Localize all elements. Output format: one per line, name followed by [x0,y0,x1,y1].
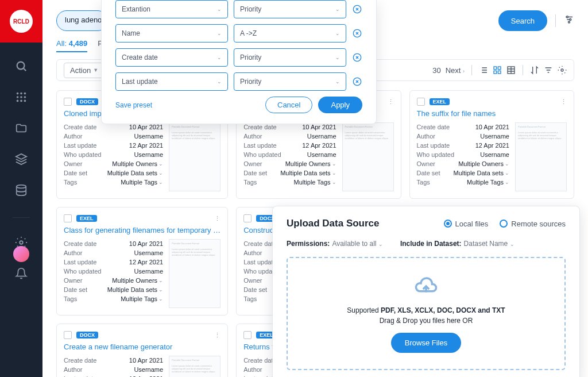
list-view-icon[interactable] [479,66,488,75]
remove-filter-icon[interactable] [352,29,362,38]
card-menu-icon[interactable]: ⋮ [214,332,220,339]
logo[interactable]: RCLD [0,0,42,43]
svg-point-8 [20,100,22,102]
document-preview: Portable Document FormatLorem ipsum dolo… [169,239,220,308]
svg-point-6 [24,96,26,98]
svg-point-5 [20,96,22,98]
card-checkbox[interactable] [243,331,252,339]
svg-point-0 [17,62,25,70]
file-type-badge: DOCX [76,98,98,105]
settings-icon[interactable] [558,66,567,75]
cloud-upload-icon [299,274,553,301]
view-switcher [479,66,516,75]
pager-next[interactable]: Next › [446,66,465,75]
apps-icon[interactable] [15,91,28,106]
filter-field-select[interactable]: Create date⌄ [115,48,228,67]
filter-field-select[interactable]: Name⌄ [115,24,228,43]
file-type-badge: EXEL [76,215,97,222]
remove-filter-icon[interactable] [352,53,362,62]
card-menu-icon[interactable]: ⋮ [214,215,220,222]
upload-title: Upload Data Source [287,218,380,229]
filter-value-select[interactable]: Priority⌄ [234,72,346,91]
svg-point-3 [24,93,26,95]
bell-icon[interactable] [15,267,28,282]
page-size: 30 [432,66,440,75]
svg-rect-18 [498,71,501,74]
upload-panel: Upload Data Source Local files Remote so… [272,206,580,377]
action-button[interactable]: Action▼ [64,63,105,78]
document-card: EXEL⋮ The suffix for file names Create d… [409,90,574,199]
dataset-selector[interactable]: Include in Dataset:Dataset Name ⌄ [400,240,514,248]
document-preview: Portable Document FormatLorem ipsum dolo… [169,122,220,191]
cube-icon[interactable] [15,153,28,168]
card-checkbox[interactable] [243,214,252,222]
svg-point-4 [17,96,19,98]
filter-value-select[interactable]: Priority⌄ [234,0,346,18]
svg-rect-15 [494,67,497,70]
svg-point-2 [20,93,22,95]
svg-point-10 [17,185,26,188]
save-preset-link[interactable]: Save preset [115,101,152,109]
search-icon[interactable] [15,60,28,75]
filter-panel: Extantion⌄Priority⌄Name⌄A ->Z⌄Create dat… [101,0,377,124]
folder-icon[interactable] [15,122,28,137]
permissions-selector[interactable]: Permissions:Available to all ⌄ [287,240,383,248]
pager: 30 Next › [432,66,465,75]
radio-remote-sources[interactable]: Remote sources [500,220,566,228]
svg-point-11 [20,241,23,244]
cancel-button[interactable]: Cancel [265,97,312,113]
svg-point-12 [567,16,568,18]
file-type-badge: EXEL [430,98,450,105]
svg-rect-17 [494,71,497,74]
filter-field-select[interactable]: Extantion⌄ [115,0,228,18]
remove-filter-icon[interactable] [352,5,362,14]
drag-drop-text: Drag & Drop you files here OR [299,317,553,325]
svg-point-9 [24,100,26,102]
document-preview: Portable Document FormatLorem ipsum dolo… [169,356,220,377]
radio-local-files[interactable]: Local files [444,220,489,228]
database-icon[interactable] [15,184,28,199]
tab-all[interactable]: All: 4,489 [56,39,87,52]
grid-view-icon[interactable] [493,66,502,75]
card-checkbox[interactable] [64,98,72,106]
card-checkbox[interactable] [417,98,425,106]
card-menu-icon[interactable]: ⋮ [560,98,567,106]
document-card: EXEL⋮ Class for generating filenames for… [56,207,228,316]
card-title[interactable]: Class for generating filenames for tempo… [64,226,220,234]
card-menu-icon[interactable]: ⋮ [388,98,394,106]
filter-settings-icon[interactable] [564,14,574,27]
table-view-icon[interactable] [506,66,516,75]
svg-point-13 [570,19,571,21]
card-checkbox[interactable] [64,214,72,222]
browse-files-button[interactable]: Browse Files [391,333,461,353]
filter-field-select[interactable]: Last update⌄ [115,72,228,91]
card-checkbox[interactable] [64,331,72,339]
document-card: DOCX⋮ Create a new filename generator Cr… [56,324,228,377]
search-button[interactable]: Search [498,10,547,31]
sort-icon[interactable] [530,66,539,75]
filter-value-select[interactable]: Priority⌄ [234,48,346,67]
supported-formats: Supported PDF, XLS, XCLX, DOC, DOCX and … [299,306,553,314]
apply-button[interactable]: Apply [318,97,362,113]
svg-rect-16 [498,67,501,70]
sidebar: RCLD [0,0,42,377]
file-type-badge: DOCX [76,332,98,338]
svg-point-7 [17,100,19,102]
svg-point-20 [561,69,563,71]
remove-filter-icon[interactable] [352,77,362,86]
logo-text: RCLD [10,10,33,33]
svg-point-1 [17,93,19,95]
avatar[interactable] [13,246,29,262]
dropzone[interactable]: Supported PDF, XLS, XCLX, DOC, DOCX and … [287,257,566,370]
filter-value-select[interactable]: A ->Z⌄ [234,24,346,43]
search-term-pill[interactable]: lung adenoca [56,10,108,31]
card-title[interactable]: The suffix for file names [417,109,567,118]
svg-point-14 [568,21,570,23]
filter-icon[interactable] [544,66,553,75]
document-preview: Portable Document FormatLorem ipsum dolo… [342,122,394,191]
card-title[interactable]: Create a new filename generator [64,343,220,351]
document-preview: Portable Document FormatLorem ipsum dolo… [515,122,567,191]
